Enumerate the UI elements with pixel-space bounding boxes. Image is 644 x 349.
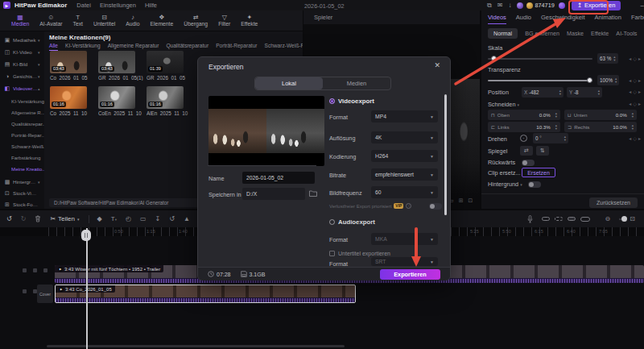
tab-audio[interactable]: Audio [516,14,531,24]
playhead-line[interactable] [86,228,88,349]
chevron-down-icon[interactable]: ▾ [518,102,520,107]
stepper-icon[interactable]: ▴▾ [559,89,561,95]
keyframe-controls[interactable]: ◂◇▸ [629,101,641,106]
chip-effekte[interactable]: Effekte [591,30,609,37]
menu-hilfe[interactable]: Hilfe [145,2,157,9]
save-location-input[interactable]: D:/X [242,188,305,200]
toolbar-uebergang[interactable]: ⇄Übergang [184,15,208,27]
stepper-icon[interactable]: ▴▾ [632,124,634,130]
speed-icon[interactable]: ◴ [126,215,131,222]
sidebar-sub-farbstaerkung[interactable]: Farbstärkung [11,152,44,163]
aufloesung-select[interactable]: 4K▼ [371,131,438,143]
media-thumbnail[interactable]: 01:39 [147,51,184,73]
sidebar-item-ki-video[interactable]: ◫KI-Video▾ [0,47,44,57]
sidebar-sub-ki-verstaerkung[interactable]: KI-Verstärkung [11,96,44,106]
toolbar-text[interactable]: TText [73,15,83,27]
stepper-icon[interactable]: ▴▾ [555,112,557,118]
sidebar-item-videoverstaerkung[interactable]: ◧Videoverstärk...▴ [0,83,44,93]
playhead-handle[interactable] [81,230,91,241]
folder-icon[interactable] [309,190,317,197]
transparenz-slider-knob[interactable] [587,77,592,83]
unlink-icon[interactable] [555,217,563,221]
timeline-zoom-slider[interactable] [619,218,621,220]
download-icon[interactable]: ↓ [508,2,511,9]
tab-videos[interactable]: Videos [488,14,506,24]
filter-ki-verstaerkung[interactable]: KI-Verstärkung [65,43,101,51]
vip-badge-icon[interactable] [559,2,565,9]
player-fullscreen-icon[interactable]: ⊡ [469,197,473,204]
rotate-icon[interactable]: ↺ [169,215,175,222]
delete-icon[interactable] [35,215,41,222]
stepper-icon[interactable]: ▴▾ [615,77,617,83]
filter-qualitaetsreparatur[interactable]: Qualitätsreparatur [166,43,208,51]
tab-geschwindigkeit[interactable]: Geschwindigkeit [541,14,585,24]
keyframe-controls[interactable]: ◂◇▸ [629,135,641,141]
reset-button[interactable]: Zurücksetzen [589,197,638,208]
crop-unten-field[interactable]: ⊔Unten0.0%▴▾ [564,110,637,120]
sidebar-item-hintergrund[interactable]: ▩Hintergrund▾ [0,177,44,187]
dialog-close-icon[interactable]: ✕ [434,61,440,69]
crop-tool-icon[interactable]: ▭ [140,215,147,222]
keyframe-controls[interactable]: ◂◇▸ [629,56,641,61]
redo-icon[interactable]: ↻ [21,215,27,222]
toolbar-audio[interactable]: ♪Audio [126,15,139,27]
hintergrund-toggle[interactable] [528,181,541,188]
filter-allgemeine-reparatur[interactable]: Allgemeine Reparatur [108,43,159,51]
position-y-field[interactable]: Y -8▴▾ [567,87,602,98]
cover-chip[interactable]: Cover [37,285,53,303]
magnet-icon[interactable] [580,217,590,222]
menu-datei[interactable]: Datei [76,2,91,9]
group-icon[interactable] [568,217,576,221]
filter-portraet-reparatur[interactable]: Porträt-Reparatur [216,43,257,51]
snapshot-icon[interactable]: ↧ [155,215,160,222]
subtitle-export-row[interactable]: Untertitel exportieren [329,251,390,256]
undo-icon[interactable]: ↺ [6,215,12,222]
media-thumbnail[interactable]: 01:16 [98,86,135,109]
filter-schwarz-weiss[interactable]: Schwarz-Weiß-Färbung [265,43,303,51]
tab-medien[interactable]: Medien [323,77,390,89]
chip-maske[interactable]: Maske [567,30,584,37]
stepper-icon[interactable]: ▴▾ [564,135,566,141]
sidebar-sub-schwarz-weiss[interactable]: Schwarz-Weiß... [11,141,44,152]
timeline-clip-2-selected[interactable]: ▶3:43 Co_2026_01_05 [55,285,356,303]
position-x-field[interactable]: X -482▴▾ [522,87,564,98]
filter-alle[interactable]: Alle [49,43,58,51]
menu-einstellungen[interactable]: Einstellungen [100,2,136,9]
transparenz-value[interactable]: 100%▴▾ [597,75,619,85]
split-button[interactable]: ✂Teilen▾ [50,215,79,222]
chevron-down-icon[interactable]: ▾ [520,182,522,187]
export-confirm-button[interactable]: Exportieren [380,269,440,280]
audioexport-section[interactable]: Audioexport [329,218,375,226]
zoom-slider-knob[interactable] [621,216,627,222]
stepper-icon[interactable]: ▴▾ [613,56,615,61]
info-icon[interactable]: i [406,203,411,209]
ersetzen-button[interactable]: Ersetzen [522,168,555,177]
text-tool-icon[interactable]: T▾ [111,215,117,222]
tab-animation[interactable]: Animation [595,14,621,24]
stepper-icon[interactable]: ▴▾ [632,112,634,118]
sidebar-sub-qualitaetsreparatur[interactable]: Qualitätsrepar... [11,118,44,129]
videoexport-section[interactable]: Videoexport [329,98,374,105]
chip-bg-entfernen[interactable]: BG entfernen [525,30,559,37]
name-input[interactable]: 2026-01-05_02 [242,172,315,184]
screen-record-icon[interactable]: ⧉ [487,2,492,10]
lossless-toggle[interactable] [429,203,442,210]
media-thumbnail[interactable]: 01:16 [147,86,184,109]
media-thumbnail[interactable]: 03:43 [50,51,87,73]
format-select[interactable]: MP4▼ [371,110,438,123]
flip-horizontal-button[interactable]: ⇄ [520,146,533,156]
dialog-scrollbar[interactable] [444,94,447,215]
tab-lokal[interactable]: Lokal [255,77,323,89]
toolbar-ai-avatar[interactable]: ☺AI-Avatar [39,15,62,27]
drehen-value[interactable]: 0 °▴▾ [533,133,568,143]
toolbar-medien[interactable]: ▦Medien [11,15,29,27]
rotate-dial-icon[interactable]: • [520,135,527,142]
chip-ai-tools[interactable]: AI-Tools [616,30,637,37]
rueckwaerts-toggle[interactable] [522,160,535,166]
link-icon[interactable] [542,217,550,221]
toolbar-filter[interactable]: ▽Filter [218,15,230,27]
fit-timeline-icon[interactable]: ⊡ [630,215,635,222]
marker-icon[interactable]: ◆ [97,215,102,222]
tab-farbe[interactable]: Farbe [631,14,644,24]
minimize-button[interactable]: – [640,2,643,9]
